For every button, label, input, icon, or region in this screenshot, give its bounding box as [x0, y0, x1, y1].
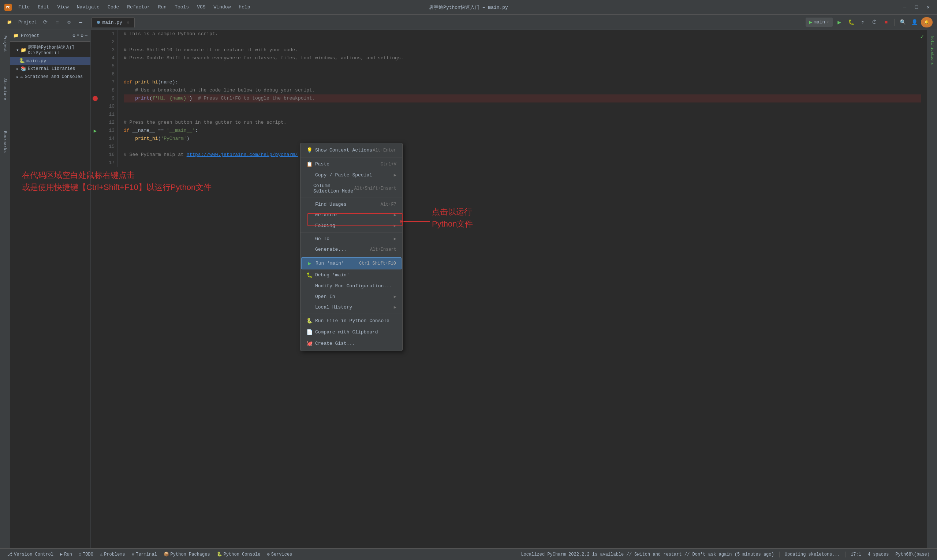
menu-tools[interactable]: Tools	[171, 3, 192, 11]
ctx-debug-main[interactable]: 🐛 Debug 'main'	[300, 269, 402, 281]
packages-icon: 📦	[164, 552, 169, 557]
gutter-13-run[interactable]: ▶	[91, 127, 100, 135]
gutter-9-breakpoint[interactable]	[91, 94, 100, 103]
ctx-refactor[interactable]: Refactor ▶	[300, 210, 402, 220]
ctx-compare-clipboard-label: Compare with Clipboard	[315, 329, 378, 335]
run-configuration-selector[interactable]: ▶ main ▾	[806, 18, 833, 27]
indent-settings[interactable]: 4 spaces	[865, 551, 892, 558]
update-button[interactable]: 🔔	[921, 17, 932, 28]
external-libraries-item[interactable]: ▸ 📚 External Libraries	[10, 65, 91, 73]
profile-button[interactable]: ⏱	[869, 17, 880, 28]
run-status-icon: ▶	[60, 552, 63, 557]
code-line-1: # This is a sample Python script.	[124, 30, 921, 38]
menu-view[interactable]: View	[54, 3, 72, 11]
menu-refactor[interactable]: Refactor	[123, 3, 153, 11]
run-button[interactable]: ▶	[834, 17, 845, 28]
app-icon: PC	[5, 4, 12, 11]
ctx-find-usages[interactable]: Find Usages Alt+F7	[300, 199, 402, 210]
ctx-goto[interactable]: Go To ▶	[300, 234, 402, 244]
menu-run[interactable]: Run	[154, 3, 170, 11]
menu-file[interactable]: File	[15, 3, 33, 11]
scratches-label: Scratches and Consoles	[25, 74, 83, 79]
project-close-icon[interactable]: —	[85, 33, 88, 38]
notifications-bar[interactable]: Notifications	[928, 36, 936, 65]
ctx-open-in[interactable]: Open In ▶	[300, 291, 402, 302]
main-py-tab[interactable]: main.py ✕	[91, 17, 135, 28]
project-sidebar-btn[interactable]: Project	[1, 33, 9, 55]
python-packages-btn[interactable]: 📦 Python Packages	[161, 551, 213, 558]
menu-help[interactable]: Help	[235, 3, 254, 11]
minimize-button[interactable]: ─	[900, 3, 909, 12]
ctx-run-python-console-label: Run File in Python Console	[315, 318, 389, 323]
search-button[interactable]: 🔍	[897, 17, 908, 28]
encoding-settings[interactable]: Pyth68\(base)	[892, 551, 932, 558]
project-root[interactable]: ▾ 📁 唐宇迪Python快速入门 D:\PythonFil	[10, 43, 91, 57]
context-actions-icon: 💡	[306, 147, 312, 153]
gutter-2	[91, 38, 100, 46]
ctx-compare-clipboard[interactable]: 📄 Compare with Clipboard	[300, 326, 402, 338]
user-button[interactable]: 👤	[909, 17, 919, 28]
close-button[interactable]: ✕	[924, 3, 932, 12]
coverage-button[interactable]: ☂	[858, 17, 868, 28]
tab-close-icon[interactable]: ✕	[127, 20, 129, 25]
ctx-copy-paste-special[interactable]: Copy / Paste Special ▶	[300, 170, 402, 180]
ctx-sep-3	[300, 232, 402, 232]
status-separator-2	[845, 552, 846, 557]
stop-button[interactable]: ■	[881, 17, 891, 28]
scratches-chevron: ▸	[16, 74, 19, 80]
terminal-btn[interactable]: ⊞ Terminal	[129, 551, 160, 558]
project-settings-icon[interactable]: ⚙	[81, 33, 83, 38]
maximize-button[interactable]: □	[912, 3, 921, 12]
line-num-13: 13	[103, 127, 115, 135]
ctx-column-selection[interactable]: Column Selection Mode Alt+Shift+Insert	[300, 180, 402, 197]
project-expand-icon[interactable]: ≡	[77, 33, 79, 38]
python-console-btn[interactable]: 🐍 Python Console	[214, 551, 263, 558]
code-line-6	[124, 70, 921, 78]
project-gear-icon[interactable]: ⚙	[72, 33, 75, 38]
ctx-run-python-console[interactable]: 🐍 Run File in Python Console	[300, 315, 402, 326]
scratches-item[interactable]: ▸ ✏️ Scratches and Consoles	[10, 73, 91, 81]
version-control-btn[interactable]: ⎇ Version Control	[5, 551, 56, 558]
update-text[interactable]: Localized PyCharm 2022.2.2 is available …	[518, 552, 777, 557]
python-console-ctx-icon: 🐍	[306, 318, 312, 324]
gutter-16	[91, 151, 100, 159]
ctx-run-main[interactable]: ▶ Run 'main' Ctrl+Shift+F10	[301, 257, 402, 269]
updating-skeletons: Updating skeletons...	[782, 551, 843, 558]
main-py-label: main.py	[26, 58, 46, 64]
menu-navigate[interactable]: Navigate	[73, 3, 103, 11]
gutter-6	[91, 70, 100, 78]
debug-button[interactable]: 🐛	[846, 17, 856, 28]
code-editor[interactable]: ▶ 1 2 3 4 5 6 7 8 9 10	[91, 30, 927, 548]
menu-window[interactable]: Window	[210, 3, 235, 11]
ctx-modify-config[interactable]: Modify Run Configuration...	[300, 281, 402, 291]
todo-btn[interactable]: ☑ TODO	[76, 551, 96, 558]
ctx-folding[interactable]: Folding ▶	[300, 220, 402, 231]
run-status-btn[interactable]: ▶ Run	[57, 551, 75, 558]
menu-edit[interactable]: Edit	[34, 3, 53, 11]
ctx-create-gist[interactable]: 🐙 Create Gist...	[300, 338, 402, 349]
python-packages-label: Python Packages	[171, 552, 210, 557]
ctx-local-history[interactable]: Local History ▶	[300, 302, 402, 312]
menu-code[interactable]: Code	[104, 3, 123, 11]
settings-button[interactable]: ⚙	[64, 17, 74, 28]
services-btn[interactable]: ⚙ Services	[264, 551, 295, 558]
expand-button[interactable]: ≡	[52, 17, 62, 28]
main-py-file[interactable]: 🐍 main.py	[10, 57, 91, 65]
close-panel-button[interactable]: —	[75, 17, 86, 28]
structure-sidebar-btn[interactable]: Structure	[1, 78, 9, 100]
ctx-folding-label: Folding	[315, 223, 335, 228]
project-header-label: 📁	[13, 33, 18, 38]
ctx-paste[interactable]: 📋 Paste Ctrl+V	[300, 158, 402, 170]
code-line-5	[124, 62, 921, 70]
problems-btn[interactable]: ⚠ Problems	[97, 551, 128, 558]
problems-label: Problems	[104, 552, 125, 557]
ctx-show-context-actions[interactable]: 💡 Show Context Actions Alt+Enter	[300, 145, 402, 156]
menu-vcs[interactable]: VCS	[193, 3, 209, 11]
project-dropdown[interactable]: 📁	[5, 17, 15, 28]
ctx-find-label: Find Usages	[315, 202, 347, 207]
cursor-position[interactable]: 17:1	[848, 551, 864, 558]
ctx-generate[interactable]: Generate... Alt+Insert	[300, 244, 402, 255]
bookmarks-sidebar-btn[interactable]: Bookmarks	[1, 131, 9, 153]
context-menu: 💡 Show Context Actions Alt+Enter 📋 Paste…	[300, 143, 403, 351]
sync-button[interactable]: ⟳	[40, 17, 51, 28]
